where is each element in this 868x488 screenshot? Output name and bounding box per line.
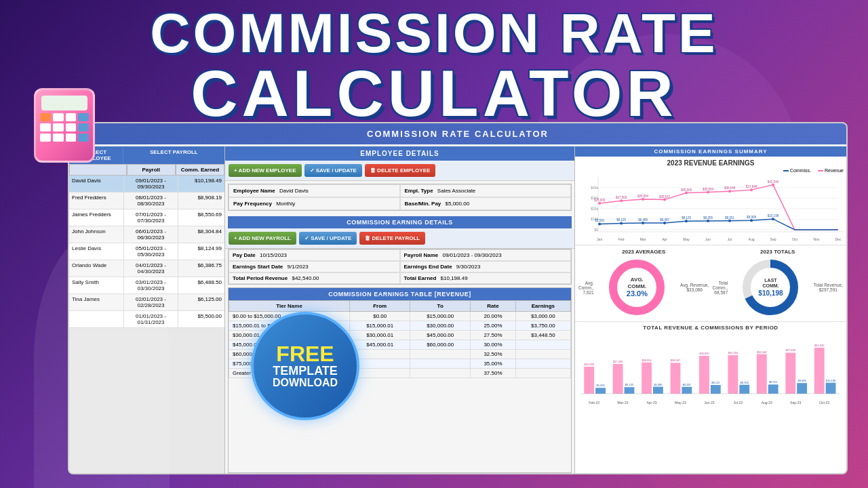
save-employee-button[interactable]: ✓ SAVE / UPDATE bbox=[304, 164, 362, 177]
tier-rate: 20.00% bbox=[471, 312, 516, 321]
svg-text:Jun-23: Jun-23 bbox=[704, 401, 715, 405]
svg-text:$6,125: $6,125 bbox=[625, 383, 634, 386]
avg-donut-text: AVG. COMM. 23.0% bbox=[627, 277, 648, 298]
svg-text:$6,387: $6,387 bbox=[683, 383, 692, 386]
avg-rev-value: $33,066 bbox=[680, 287, 709, 292]
avg-comm-label: Comm., bbox=[578, 285, 594, 290]
svg-rect-83 bbox=[682, 387, 692, 394]
employee-payroll-period: 09/01/2023 - 09/30/2023 bbox=[124, 176, 179, 192]
employee-earned: $8,908.19 bbox=[178, 192, 224, 209]
svg-text:$27,500: $27,500 bbox=[613, 360, 623, 363]
calc-btn bbox=[53, 134, 64, 142]
save-payroll-button[interactable]: ✓ SAVE / UPDATE bbox=[299, 232, 357, 245]
svg-text:Mar-23: Mar-23 bbox=[618, 401, 629, 405]
tier-from: $15,000.01 bbox=[350, 321, 410, 331]
svg-point-40 bbox=[750, 188, 753, 191]
free-template-badge[interactable]: FREE TEMPLATE DOWNLOAD bbox=[251, 312, 359, 420]
delete-payroll-button[interactable]: 🗑 DELETE PAYROLL bbox=[359, 232, 425, 245]
add-payroll-button[interactable]: + ADD NEW PAYROLL bbox=[229, 232, 296, 245]
calc-btn bbox=[78, 123, 89, 131]
svg-text:Feb: Feb bbox=[618, 237, 625, 241]
svg-text:Aug: Aug bbox=[749, 237, 755, 241]
spreadsheet-main-title: COMMISSION RATE CALCULATOR bbox=[367, 129, 549, 139]
svg-rect-88 bbox=[711, 385, 721, 394]
tier-earnings bbox=[515, 350, 570, 359]
employee-name: Fred Fredders bbox=[69, 192, 124, 209]
svg-text:$42,540: $42,540 bbox=[768, 180, 779, 184]
delete-employee-button[interactable]: 🗑 DELETE EMPLOYEE bbox=[365, 164, 435, 177]
title-line2: CALCULATOR bbox=[0, 61, 868, 126]
svg-text:$5,500: $5,500 bbox=[596, 384, 605, 387]
pay-frequency-label: Pay Frequency Monthly bbox=[229, 197, 400, 210]
svg-text:$37,848: $37,848 bbox=[786, 348, 796, 352]
svg-text:$8,305: $8,305 bbox=[741, 381, 749, 384]
svg-text:$8,125: $8,125 bbox=[682, 216, 691, 220]
svg-rect-81 bbox=[671, 363, 681, 394]
svg-rect-96 bbox=[757, 354, 767, 394]
middle-panel: EMPLOYEE DETAILS + ADD NEW EMPLOYEE ✓ SA… bbox=[225, 146, 575, 473]
total-revenue-cell: Total Period Revenue $42,540.00 bbox=[229, 272, 400, 284]
total-donut: LAST COMM. $10,198 bbox=[740, 257, 801, 318]
employee-name-label: Employee Name David Davis bbox=[229, 184, 400, 197]
svg-text:$35,000: $35,000 bbox=[699, 352, 709, 355]
svg-text:$27,500: $27,500 bbox=[616, 196, 627, 199]
svg-point-18 bbox=[620, 222, 623, 224]
svg-text:$35,654: $35,654 bbox=[728, 351, 738, 354]
svg-text:$36,548: $36,548 bbox=[724, 186, 736, 190]
svg-rect-76 bbox=[642, 363, 652, 394]
calc-btn bbox=[66, 113, 77, 121]
avg-donut: AVG. COMM. 23.0% bbox=[606, 257, 667, 318]
tier-rate: 35.00% bbox=[471, 359, 516, 369]
table-header: Tier Name From To Rate Earnings bbox=[229, 301, 571, 312]
tier-to: $15,000.00 bbox=[410, 312, 471, 321]
legend-revenue: Revenue bbox=[818, 168, 844, 173]
total-rev-label: Total Revenue, bbox=[814, 283, 843, 287]
avg-comm-amount: 7,621 bbox=[578, 290, 594, 295]
earnings-summary-title: COMMISSION EARNINGS SUMMARY bbox=[575, 146, 846, 157]
calc-btn bbox=[66, 123, 77, 131]
start-date-cell: Earnings Start Date 9/1/2023 bbox=[229, 261, 400, 272]
svg-rect-98 bbox=[768, 384, 778, 394]
svg-rect-73 bbox=[625, 387, 635, 394]
svg-point-24 bbox=[663, 199, 666, 201]
avg-rev-label: Avg. Revenue, bbox=[680, 283, 709, 287]
totals-section: 2023 TOTALS Total Comm., 68,587 bbox=[713, 249, 844, 318]
add-employee-button[interactable]: + ADD NEW EMPLOYEE bbox=[229, 164, 302, 177]
svg-text:$9,908: $9,908 bbox=[797, 379, 806, 382]
revenue-chart-area: 2023 REVENUE EARNINGS Commiss. Revenue $ bbox=[575, 157, 846, 245]
employee-row[interactable]: Fred Fredders 08/01/2023 - 08/30/2023 $8… bbox=[69, 192, 224, 209]
right-panel: COMMISSION EARNINGS SUMMARY 2023 REVENUE… bbox=[575, 146, 846, 473]
svg-rect-71 bbox=[613, 364, 623, 394]
svg-text:Oct: Oct bbox=[792, 237, 797, 241]
svg-point-22 bbox=[642, 222, 644, 224]
total-rev-value: $297,591 bbox=[814, 287, 843, 292]
total-comm-stat: Total bbox=[713, 281, 728, 285]
line-chart: $0$10k$20k$30k$40k$25,000$5,500$27,500$6… bbox=[578, 174, 844, 242]
svg-text:$40k: $40k bbox=[591, 186, 598, 190]
legend-dot-blue bbox=[783, 170, 789, 171]
svg-text:$6,387: $6,387 bbox=[660, 218, 669, 222]
employee-row[interactable]: David Davis 09/01/2023 - 09/30/2023 $10,… bbox=[69, 176, 224, 192]
tier-earnings bbox=[515, 369, 570, 378]
svg-text:$6,489: $6,489 bbox=[638, 218, 648, 222]
svg-text:$0: $0 bbox=[595, 228, 599, 232]
svg-text:Apr: Apr bbox=[662, 237, 667, 241]
svg-point-34 bbox=[707, 220, 709, 222]
revenue-chart-title: 2023 REVENUE EARNINGS bbox=[578, 159, 844, 167]
calc-btn bbox=[66, 134, 77, 142]
employee-name: David Davis bbox=[69, 176, 124, 192]
tier-from: $45,000.01 bbox=[350, 340, 410, 350]
svg-point-26 bbox=[663, 222, 666, 224]
svg-text:$10,198: $10,198 bbox=[826, 379, 836, 382]
svg-point-38 bbox=[728, 220, 731, 222]
svg-text:Jul: Jul bbox=[728, 237, 732, 241]
calc-btn bbox=[78, 113, 89, 121]
tier-to: $30,000.00 bbox=[410, 321, 471, 331]
th-earnings: Earnings bbox=[515, 301, 570, 312]
svg-point-32 bbox=[707, 191, 709, 194]
svg-text:Dec: Dec bbox=[835, 237, 841, 241]
svg-text:$5,500: $5,500 bbox=[595, 219, 604, 222]
payroll-btn-row: + ADD NEW PAYROLL ✓ SAVE / UPDATE 🗑 DELE… bbox=[225, 228, 574, 249]
badge-template: TEMPLATE bbox=[273, 365, 338, 377]
svg-point-46 bbox=[772, 218, 774, 220]
